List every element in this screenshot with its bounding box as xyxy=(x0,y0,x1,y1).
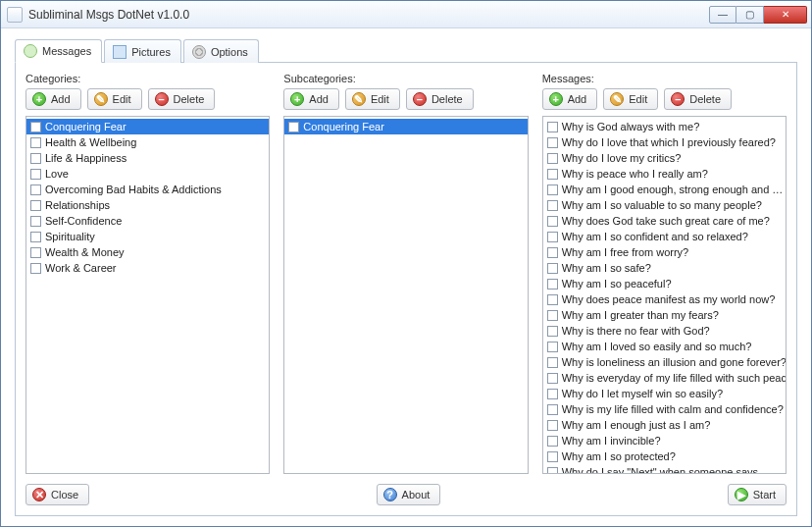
checkbox-icon[interactable] xyxy=(547,169,558,180)
list-item[interactable]: Why is loneliness an illusion and gone f… xyxy=(543,354,786,370)
checkbox-icon[interactable] xyxy=(547,216,558,227)
checkbox-icon[interactable] xyxy=(547,342,558,352)
list-item[interactable]: Why do I love my critics? xyxy=(543,150,786,166)
list-item[interactable]: Why am I so safe? xyxy=(543,260,786,276)
subcategories-delete-button[interactable]: –Delete xyxy=(406,88,474,110)
checkbox-icon[interactable] xyxy=(30,153,41,164)
list-item-label: Spirituality xyxy=(45,231,95,242)
checkbox-icon[interactable] xyxy=(547,467,558,474)
list-item[interactable]: Health & Wellbeing xyxy=(26,134,269,150)
list-item[interactable]: Why am I so valuable to so many people? xyxy=(543,197,786,213)
checkbox-icon[interactable] xyxy=(547,200,558,211)
list-item[interactable]: Why am I invincible? xyxy=(543,433,786,448)
categories-edit-button[interactable]: ✎Edit xyxy=(87,88,142,110)
start-button[interactable]: ▶Start xyxy=(728,484,787,505)
checkbox-icon[interactable] xyxy=(547,263,558,274)
about-button[interactable]: ?About xyxy=(377,484,441,505)
checkbox-icon[interactable] xyxy=(30,169,41,180)
list-item[interactable]: Conquering Fear xyxy=(284,119,527,134)
checkbox-icon[interactable] xyxy=(30,216,41,227)
list-item[interactable]: Why am I so peaceful? xyxy=(543,276,786,291)
list-item[interactable]: Love xyxy=(26,166,269,182)
categories-toolbar: +Add ✎Edit –Delete xyxy=(25,88,270,110)
messages-delete-button[interactable]: –Delete xyxy=(664,88,732,110)
maximize-button[interactable]: ▢ xyxy=(736,6,764,24)
list-item[interactable]: Why am I free from worry? xyxy=(543,244,786,260)
checkbox-icon[interactable] xyxy=(547,184,558,195)
list-item[interactable]: Why am I enough just as I am? xyxy=(543,417,786,433)
app-window: Subliminal Msgs DotNet v1.0.0 — ▢ ✕ Mess… xyxy=(0,0,812,527)
checkbox-icon[interactable] xyxy=(547,451,558,462)
checkbox-icon[interactable] xyxy=(547,122,558,132)
tab-pictures[interactable]: Pictures xyxy=(104,39,181,63)
checkbox-icon[interactable] xyxy=(547,137,558,148)
list-item[interactable]: Wealth & Money xyxy=(26,244,269,260)
list-item[interactable]: Spirituality xyxy=(26,229,269,244)
checkbox-icon[interactable] xyxy=(547,326,558,337)
categories-delete-button[interactable]: –Delete xyxy=(148,88,216,110)
checkbox-icon[interactable] xyxy=(547,389,558,399)
checkbox-icon[interactable] xyxy=(30,122,41,132)
list-item[interactable]: Why am I good enough, strong enough and … xyxy=(543,182,786,197)
titlebar[interactable]: Subliminal Msgs DotNet v1.0.0 — ▢ ✕ xyxy=(1,1,811,28)
checkbox-icon[interactable] xyxy=(30,137,41,148)
checkbox-icon[interactable] xyxy=(547,247,558,258)
checkbox-icon[interactable] xyxy=(30,247,41,258)
list-item[interactable]: Why does peace manifest as my world now? xyxy=(543,291,786,307)
list-item[interactable]: Why is God always with me? xyxy=(543,119,786,134)
minus-icon: – xyxy=(413,92,427,106)
minus-icon: – xyxy=(671,92,685,106)
categories-listbox[interactable]: Conquering FearHealth & WellbeingLife & … xyxy=(25,116,270,474)
list-item[interactable]: Why am I loved so easily and so much? xyxy=(543,339,786,354)
list-item[interactable]: Work & Career xyxy=(26,260,269,276)
list-item[interactable]: Why is there no fear with God? xyxy=(543,323,786,339)
checkbox-icon[interactable] xyxy=(547,420,558,431)
checkbox-icon[interactable] xyxy=(547,294,558,305)
tab-messages[interactable]: Messages xyxy=(15,39,102,63)
subcategories-listbox[interactable]: Conquering Fear xyxy=(283,116,528,474)
checkbox-icon[interactable] xyxy=(547,310,558,321)
messages-edit-button[interactable]: ✎Edit xyxy=(603,88,658,110)
checkbox-icon[interactable] xyxy=(547,357,558,368)
list-item[interactable]: Life & Happiness xyxy=(26,150,269,166)
checkbox-icon[interactable] xyxy=(30,184,41,195)
close-button[interactable]: ✕Close xyxy=(25,484,89,505)
columns: Categories: +Add ✎Edit –Delete Conquerin… xyxy=(25,73,787,474)
window-controls: — ▢ ✕ xyxy=(709,6,807,24)
subcategories-add-button[interactable]: +Add xyxy=(283,88,339,110)
list-item[interactable]: Why do I love that which I previously fe… xyxy=(543,134,786,150)
list-item[interactable]: Why am I greater than my fears? xyxy=(543,307,786,323)
list-item[interactable]: Relationships xyxy=(26,197,269,213)
list-item[interactable]: Why am I so protected? xyxy=(543,448,786,464)
checkbox-icon[interactable] xyxy=(288,122,299,132)
categories-column: Categories: +Add ✎Edit –Delete Conquerin… xyxy=(25,73,270,474)
list-item[interactable]: Why do I say "Next" when someone says … xyxy=(543,464,786,473)
checkbox-icon[interactable] xyxy=(547,232,558,242)
checkbox-icon[interactable] xyxy=(547,373,558,384)
minimize-button[interactable]: — xyxy=(709,6,736,24)
list-item[interactable]: Why is everyday of my life filled with s… xyxy=(543,370,786,386)
messages-listbox[interactable]: Why is God always with me?Why do I love … xyxy=(542,116,787,474)
categories-add-button[interactable]: +Add xyxy=(25,88,81,110)
list-item[interactable]: Why does God take such great care of me? xyxy=(543,213,786,229)
list-item[interactable]: Why is peace who I really am? xyxy=(543,166,786,182)
list-item-label: Overcoming Bad Habits & Addictions xyxy=(45,184,222,195)
checkbox-icon[interactable] xyxy=(547,404,558,415)
list-item[interactable]: Self-Confidence xyxy=(26,213,269,229)
checkbox-icon[interactable] xyxy=(30,200,41,211)
list-item-label: Relationships xyxy=(45,199,110,211)
list-item[interactable]: Why is my life filled with calm and conf… xyxy=(543,401,786,417)
messages-add-button[interactable]: +Add xyxy=(542,88,598,110)
close-window-button[interactable]: ✕ xyxy=(764,6,807,24)
tab-options[interactable]: Options xyxy=(183,39,259,63)
list-item[interactable]: Why am I so confident and so relaxed? xyxy=(543,229,786,244)
list-item[interactable]: Conquering Fear xyxy=(26,119,269,134)
checkbox-icon[interactable] xyxy=(547,153,558,164)
checkbox-icon[interactable] xyxy=(30,232,41,242)
checkbox-icon[interactable] xyxy=(547,436,558,447)
checkbox-icon[interactable] xyxy=(30,263,41,274)
list-item[interactable]: Why do I let myself win so easily? xyxy=(543,386,786,401)
subcategories-edit-button[interactable]: ✎Edit xyxy=(345,88,400,110)
list-item[interactable]: Overcoming Bad Habits & Addictions xyxy=(26,182,269,197)
checkbox-icon[interactable] xyxy=(547,279,558,290)
